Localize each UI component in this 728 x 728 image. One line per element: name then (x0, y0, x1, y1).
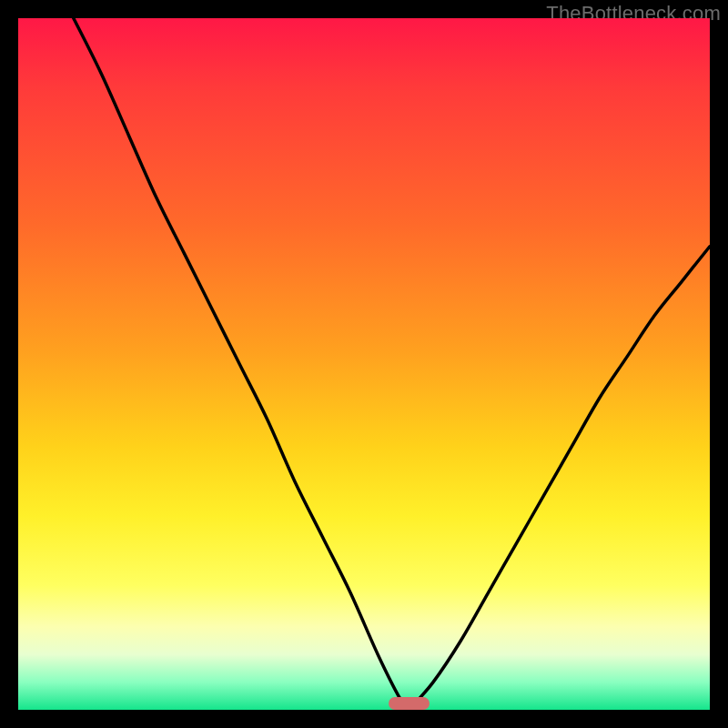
plot-area (18, 18, 710, 710)
curve-left-branch (74, 18, 410, 710)
optimum-marker (389, 697, 430, 710)
bottleneck-curve (18, 18, 710, 710)
curve-right-branch (409, 247, 710, 710)
chart-frame: TheBottleneck.com (0, 0, 728, 728)
